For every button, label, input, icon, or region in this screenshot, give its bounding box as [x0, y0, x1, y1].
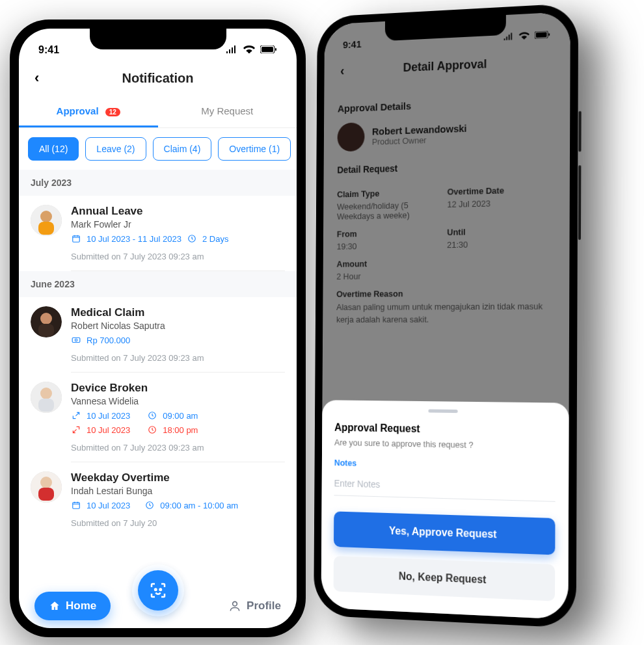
approve-button[interactable]: Yes, Approve Request	[334, 511, 555, 555]
item-date: 10 Jul 2023	[87, 501, 130, 510]
profile-icon	[228, 599, 241, 612]
status-icons	[223, 44, 277, 56]
item-duration: 2 Days	[202, 234, 228, 244]
list-item-weekday-overtime[interactable]: Weekday Overtime Indah Lestari Bunga 10 …	[19, 462, 297, 537]
svg-point-14	[40, 388, 52, 399]
svg-point-12	[75, 339, 77, 341]
svg-rect-2	[275, 48, 276, 51]
svg-rect-20	[38, 488, 54, 501]
tab-my-request-label: My Request	[201, 105, 253, 116]
svg-rect-6	[73, 236, 80, 242]
arrow-in-icon	[71, 410, 81, 421]
calendar-icon	[71, 500, 81, 510]
tab-approval[interactable]: Approval 12	[19, 96, 158, 127]
tab-my-request[interactable]: My Request	[158, 96, 297, 127]
item-title: Weekday Overtime	[71, 471, 285, 484]
phone-right-screen: 9:41 ‹ Detail Approval Approval Details	[321, 12, 570, 620]
item-time-out: 18:00 pm	[163, 425, 198, 435]
sheet-grabber[interactable]	[428, 409, 457, 413]
svg-point-25	[233, 601, 237, 606]
list-item-medical-claim[interactable]: Medical Claim Robert Nicolas Saputra Rp …	[19, 297, 297, 373]
nav-profile-button[interactable]: Profile	[228, 599, 281, 612]
item-submitted: Submitted on 7 July 2023 09:23 am	[71, 435, 285, 462]
item-submitted: Submitted on 7 July 20	[71, 510, 285, 537]
svg-rect-21	[73, 503, 80, 508]
notch	[90, 29, 226, 49]
item-amount: Rp 700.000	[87, 336, 130, 345]
signal-icon	[226, 46, 237, 53]
item-name: Vannesa Widelia	[71, 396, 285, 406]
side-button	[578, 165, 582, 240]
item-name: Mark Fowler Jr	[71, 219, 285, 230]
filter-chips[interactable]: All (12) Leave (2) Claim (4) Overtime (1…	[19, 128, 297, 170]
chip-leave[interactable]: Leave (2)	[85, 137, 146, 161]
item-time-in: 09:00 am	[163, 411, 198, 421]
item-name: Indah Lestari Bunga	[71, 486, 285, 496]
page-title: Notification	[122, 71, 194, 86]
phone-left-screen: 9:41 ‹ Notification Approval 12 My Reque…	[19, 29, 297, 628]
svg-rect-1	[262, 47, 273, 52]
money-icon	[71, 335, 81, 345]
home-icon	[49, 600, 60, 612]
svg-rect-15	[38, 399, 54, 412]
item-name: Robert Nicolas Saputra	[71, 321, 285, 331]
item-title: Annual Leave	[71, 205, 285, 218]
item-title: Device Broken	[71, 382, 285, 395]
item-date-range: 10 Jul 2023 - 11 Jul 2023	[87, 234, 181, 244]
sheet-question: Are you sure to approve this request ?	[334, 438, 556, 452]
item-date-out: 10 Jul 2023	[87, 425, 130, 435]
back-button[interactable]: ‹	[34, 70, 39, 86]
section-header-july: July 2023	[19, 170, 297, 196]
svg-rect-5	[38, 222, 54, 235]
item-time-range: 09:00 am - 10:00 am	[160, 501, 238, 510]
svg-point-4	[40, 211, 52, 222]
chip-overtime[interactable]: Overtime (1)	[218, 137, 291, 161]
avatar	[31, 382, 62, 413]
clock-icon	[144, 500, 155, 510]
notes-label: Notes	[334, 458, 556, 473]
phone-left-frame: 9:41 ‹ Notification Approval 12 My Reque…	[10, 20, 306, 637]
phone-right-frame: 9:41 ‹ Detail Approval Approval Details	[314, 3, 578, 629]
side-button	[578, 111, 581, 152]
avatar	[31, 205, 62, 236]
nav-home-button[interactable]: Home	[34, 592, 111, 620]
clock-icon	[187, 233, 197, 244]
svg-point-9	[40, 313, 52, 324]
chip-claim[interactable]: Claim (4)	[153, 137, 212, 161]
nav-center-fab[interactable]	[132, 564, 184, 616]
face-scan-icon	[148, 581, 168, 600]
list-item-annual-leave[interactable]: Annual Leave Mark Fowler Jr 10 Jul 2023 …	[19, 196, 297, 271]
bottom-sheet: Approval Request Are you sure to approve…	[321, 400, 569, 620]
svg-rect-11	[72, 338, 80, 343]
item-title: Medical Claim	[71, 306, 285, 319]
svg-rect-10	[38, 324, 54, 337]
sheet-title: Approval Request	[334, 422, 556, 438]
keep-button[interactable]: No, Keep Request	[334, 556, 556, 601]
phone-right-stage: 9:41 ‹ Detail Approval Approval Details	[315, 16, 644, 645]
notes-input[interactable]	[334, 474, 555, 502]
wifi-icon	[243, 46, 255, 53]
battery-icon	[260, 46, 277, 53]
svg-point-23	[155, 589, 157, 591]
item-date-in: 10 Jul 2023	[87, 411, 130, 421]
list-item-device-broken[interactable]: Device Broken Vannesa Widelia 10 Jul 202…	[19, 373, 297, 462]
svg-point-19	[40, 477, 52, 488]
bottom-nav: Home Profile	[19, 592, 297, 620]
tab-approval-badge: 12	[105, 108, 120, 116]
chip-all[interactable]: All (12)	[28, 137, 79, 161]
arrow-out-icon	[71, 425, 81, 435]
clock-icon	[147, 425, 157, 435]
avatar	[31, 471, 62, 503]
nav-home-label: Home	[66, 599, 96, 612]
nav-header: ‹ Notification	[19, 60, 297, 96]
svg-point-24	[159, 589, 161, 591]
tab-approval-label: Approval	[57, 105, 99, 116]
section-header-june: June 2023	[19, 271, 297, 297]
nav-profile-label: Profile	[247, 599, 281, 612]
item-submitted: Submitted on 7 July 2023 09:23 am	[71, 345, 285, 373]
status-time: 9:41	[38, 44, 59, 56]
avatar	[31, 306, 62, 337]
item-submitted: Submitted on 7 July 2023 09:23 am	[71, 244, 285, 271]
tabs: Approval 12 My Request	[19, 96, 297, 128]
calendar-icon	[71, 233, 81, 244]
